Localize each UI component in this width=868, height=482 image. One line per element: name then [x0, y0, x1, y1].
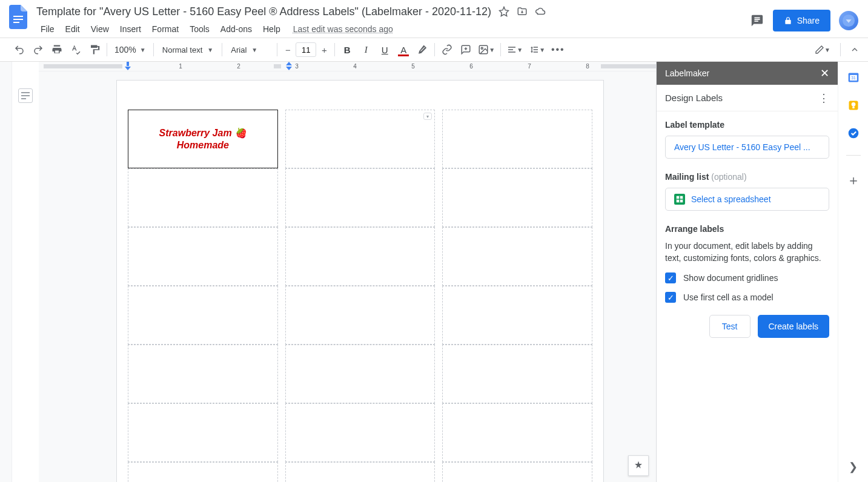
label-cell[interactable] [442, 286, 592, 345]
get-addons-icon[interactable]: ＋ [847, 171, 860, 190]
menu-file[interactable]: File [36, 22, 59, 36]
label-cell[interactable] [442, 227, 592, 286]
use-first-cell-checkbox[interactable]: ✓ Use first cell as a model [665, 292, 829, 303]
decrease-font-size-button[interactable]: − [281, 42, 294, 57]
label-cell[interactable] [442, 168, 592, 227]
label-line-2: Homemade [177, 140, 229, 150]
font-family-dropdown[interactable]: Arial▼ [226, 45, 273, 54]
move-to-folder-icon[interactable] [517, 6, 528, 17]
create-labels-button[interactable]: Create labels [758, 315, 830, 338]
more-options-icon[interactable]: ⋮ [818, 91, 829, 105]
label-cell[interactable]: ▾ [285, 110, 436, 168]
cell-menu-handle-icon[interactable]: ▾ [423, 113, 432, 120]
explore-button[interactable] [628, 455, 649, 476]
highlight-color-icon[interactable] [414, 41, 431, 58]
google-sheets-icon [674, 194, 685, 205]
svg-rect-0 [13, 16, 23, 17]
collapse-toolbar-icon[interactable] [846, 41, 863, 58]
label-cell[interactable] [442, 110, 592, 168]
label-cell[interactable] [285, 462, 436, 482]
google-calendar-icon[interactable]: 31 [847, 71, 860, 84]
italic-icon[interactable]: I [357, 41, 374, 58]
workspace: 1 2 3 4 5 6 7 8 Strawberry Jam 🍓 Homema [0, 62, 868, 482]
paint-format-icon[interactable] [86, 41, 103, 58]
document-outline-icon[interactable] [18, 88, 33, 103]
zoom-value: 100% [114, 45, 136, 54]
horizontal-ruler[interactable]: 1 2 3 4 5 6 7 8 [39, 62, 656, 71]
first-line-indent-marker-icon[interactable] [286, 62, 292, 70]
text-color-icon[interactable]: A [395, 41, 412, 58]
paragraph-style-dropdown[interactable]: Normal text▼ [157, 45, 218, 54]
label-cell[interactable] [285, 227, 436, 286]
label-cell[interactable] [128, 462, 278, 482]
label-cell[interactable] [442, 462, 592, 482]
print-icon[interactable] [48, 41, 65, 58]
header-bar: Template for "Avery US Letter - 5160 Eas… [0, 0, 868, 38]
ruler-number: 6 [469, 63, 473, 70]
redo-icon[interactable] [30, 41, 47, 58]
google-docs-icon[interactable] [7, 6, 29, 28]
document-page[interactable]: Strawberry Jam 🍓 Homemade ▾ [116, 80, 604, 482]
label-cell[interactable] [128, 286, 278, 345]
paragraph-style-value: Normal text [162, 45, 202, 54]
menu-edit[interactable]: Edit [61, 22, 84, 36]
mailing-list-optional: (optional) [711, 172, 746, 182]
document-outline-area [12, 62, 39, 482]
label-cell[interactable] [285, 168, 436, 227]
last-edit-text[interactable]: Last edit was seconds ago [293, 24, 393, 34]
show-gridlines-checkbox[interactable]: ✓ Show document gridlines [665, 272, 829, 283]
star-icon[interactable] [499, 6, 509, 17]
add-comment-icon[interactable] [457, 41, 474, 58]
line-spacing-icon[interactable]: ▼ [527, 41, 548, 58]
more-tools-icon[interactable]: ••• [549, 41, 566, 58]
insert-image-icon[interactable]: ▼ [476, 41, 497, 58]
label-template-value: Avery US Letter - 5160 Easy Peel ... [674, 142, 810, 152]
menu-view[interactable]: View [87, 22, 113, 36]
google-keep-icon[interactable] [847, 99, 860, 111]
ruler-number: 2 [237, 63, 240, 70]
label-cell[interactable] [285, 403, 436, 462]
label-cell[interactable] [285, 345, 436, 403]
select-spreadsheet-button[interactable]: Select a spreadsheet [665, 188, 829, 211]
menu-insert[interactable]: Insert [116, 22, 145, 36]
cloud-status-icon[interactable] [535, 6, 546, 17]
menu-format[interactable]: Format [148, 22, 183, 36]
label-cell[interactable] [442, 345, 592, 403]
align-icon[interactable]: ▼ [505, 41, 525, 58]
insert-link-icon[interactable] [439, 41, 456, 58]
font-size-input[interactable] [296, 42, 316, 57]
test-button[interactable]: Test [709, 315, 750, 338]
separator [500, 43, 501, 56]
spellcheck-icon[interactable] [67, 41, 84, 58]
label-cell[interactable] [128, 227, 278, 286]
label-cell-active[interactable]: Strawberry Jam 🍓 Homemade [128, 110, 278, 168]
account-avatar[interactable] [839, 11, 858, 30]
document-title[interactable]: Template for "Avery US Letter - 5160 Eas… [36, 5, 491, 18]
sidebar-subtitle: Design Labels [665, 93, 723, 103]
google-tasks-icon[interactable] [847, 127, 860, 139]
editing-mode-icon[interactable]: ▼ [810, 41, 835, 58]
menu-tools[interactable]: Tools [185, 22, 214, 36]
label-cell[interactable] [442, 403, 592, 462]
increase-font-size-button[interactable]: + [317, 42, 331, 57]
hide-side-panel-icon[interactable]: ❯ [849, 460, 858, 474]
label-cell-text[interactable]: Strawberry Jam 🍓 Homemade [128, 127, 277, 151]
menu-help[interactable]: Help [259, 22, 285, 36]
label-cell[interactable] [285, 286, 436, 345]
open-comments-icon[interactable] [750, 13, 764, 28]
svg-rect-2 [13, 22, 19, 23]
zoom-dropdown[interactable]: 100%▼ [111, 45, 150, 54]
close-icon[interactable]: ✕ [820, 67, 829, 80]
label-cell[interactable] [128, 345, 278, 403]
label-cell[interactable] [128, 403, 278, 462]
mailing-list-heading: Mailing list (optional) [665, 172, 829, 182]
menu-addons[interactable]: Add-ons [216, 22, 256, 36]
bold-icon[interactable]: B [339, 41, 356, 58]
separator [277, 43, 277, 56]
underline-icon[interactable]: U [376, 41, 393, 58]
undo-icon[interactable] [11, 41, 28, 58]
left-indent-marker-icon[interactable] [125, 62, 131, 70]
label-template-selector[interactable]: Avery US Letter - 5160 Easy Peel ... [665, 136, 829, 159]
label-cell[interactable] [128, 168, 278, 227]
share-button[interactable]: Share [773, 10, 830, 31]
